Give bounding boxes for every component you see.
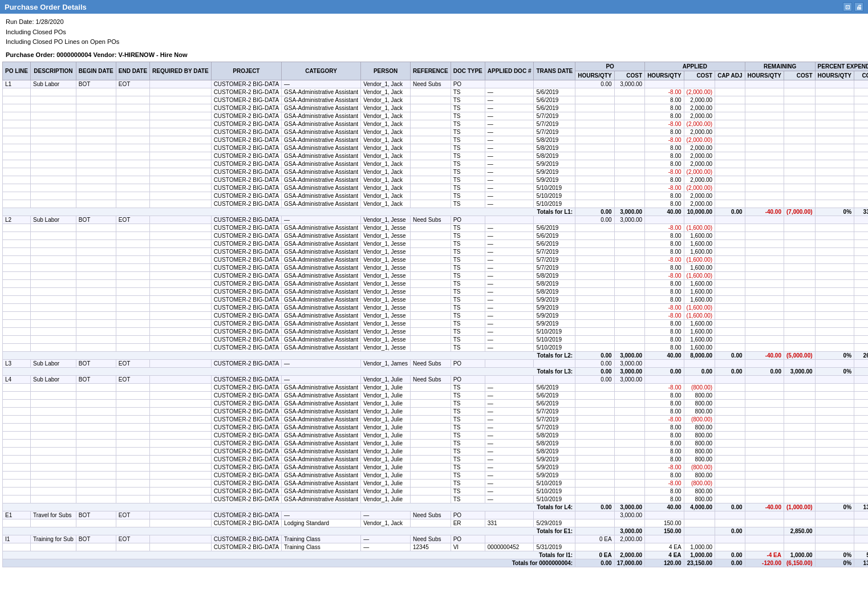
col-header-po: PO [575, 62, 645, 71]
table-row: CUSTOMER-2 BIG-DATAGSA-Administrative As… [3, 128, 869, 136]
total-label: Totals for L1: [3, 208, 575, 216]
po-line-person: Vendor_1, Jack [361, 80, 411, 88]
applied-cost [684, 80, 715, 88]
table-row: CUSTOMER-2 BIG-DATAGSA-Administrative As… [3, 224, 869, 232]
cap-adj [715, 80, 745, 88]
col-po-hours: HOURS/QTY [575, 71, 614, 80]
table-row: L3 Sub Labor BOT EOT CUSTOMER-2 BIG-DATA… [3, 359, 869, 367]
maximize-icon[interactable]: ⊡ [843, 2, 852, 11]
table-row: E1 Travel for Subs BOT EOT CUSTOMER-2 BI… [3, 511, 869, 519]
title-bar-icons: ⊡ 🖨 [843, 2, 863, 11]
po-line-end: EOT [116, 80, 149, 88]
applied-hours [645, 80, 684, 88]
col-header-category: CATEGORY [282, 62, 361, 80]
table-row: CUSTOMER-2 BIG-DATAGSA-Administrative As… [3, 343, 869, 351]
table-row: CUSTOMER-2 BIG-DATALodging StandardVendo… [3, 519, 869, 527]
table-row: Totals for L2: 0.00 3,000.00 40.00 8,000… [3, 351, 869, 359]
po-line-project: CUSTOMER-2 BIG-DATA [211, 80, 281, 88]
po-hours: 0.00 [575, 80, 614, 88]
col-pct-hours: HOURS/QTY [815, 71, 854, 80]
table-row: CUSTOMER-2 BIG-DATAGSA-Administrative As… [3, 479, 869, 487]
table-row: I1 Training for Sub BOT EOT CUSTOMER-2 B… [3, 535, 869, 543]
col-header-desc: DESCRIPTION [31, 62, 76, 80]
table-row: CUSTOMER-2 BIG-DATAGSA-Administrative As… [3, 232, 869, 239]
table-row: CUSTOMER-2 BIG-DATAGSA-Administrative As… [3, 168, 869, 176]
pct-hours [815, 80, 854, 88]
table-row: CUSTOMER-2 BIG-DATAGSA-Administrative As… [3, 327, 869, 335]
table-row: Totals for L3: 0.00 3,000.00 0.00 0.00 0… [3, 367, 869, 375]
po-line-id: L1 [3, 80, 31, 88]
including-closed-lines: Including Closed PO Lines on Open POs [6, 37, 862, 47]
table-row: CUSTOMER-2 BIG-DATAGSA-Administrative As… [3, 144, 869, 152]
table-row: CUSTOMER-2 BIG-DATAGSA-Administrative As… [3, 303, 869, 311]
table-row: CUSTOMER-2 BIG-DATAGSA-Administrative As… [3, 407, 869, 415]
col-header-begin: BEGIN DATE [76, 62, 116, 80]
col-header-end: END DATE [116, 62, 149, 80]
table-row: CUSTOMER-2 BIG-DATAGSA-Administrative As… [3, 88, 869, 96]
po-line-begin: BOT [76, 80, 116, 88]
col-remaining-cost: COST [784, 71, 815, 80]
col-cap-adj: CAP ADJ [715, 71, 745, 80]
table-row: L2 Sub Labor BOT EOT CUSTOMER-2 BIG-DATA… [3, 216, 869, 224]
col-po-cost: COST [614, 71, 645, 80]
table-row: Totals for L1: 0.00 3,000.00 40.00 10,00… [3, 208, 869, 216]
table-row: CUSTOMER-2 BIG-DATAGSA-Administrative As… [3, 463, 869, 471]
po-line-trans [534, 80, 575, 88]
table-row: CUSTOMER-2 BIG-DATAGSA-Administrative As… [3, 120, 869, 128]
col-header-project: PROJECT [211, 62, 281, 80]
table-row: CUSTOMER-2 BIG-DATAGSA-Administrative As… [3, 255, 869, 263]
po-line-ref: Need Subs [410, 80, 451, 88]
table-row: CUSTOMER-2 BIG-DATAGSA-Administrative As… [3, 176, 869, 184]
table-row: Totals for L4: 0.00 3,000.00 40.00 4,000… [3, 503, 869, 511]
col-header-ref: REFERENCE [410, 62, 451, 80]
col-header-trans-date: TRANS DATE [534, 62, 575, 80]
remaining-hours [745, 80, 784, 88]
print-icon[interactable]: 🖨 [854, 2, 863, 11]
po-details-table: PO LINE DESCRIPTION BEGIN DATE END DATE … [2, 62, 868, 567]
table-row: CUSTOMER-2 BIG-DATAGSA-Administrative As… [3, 200, 869, 208]
col-header-applied-doc: APPLIED DOC # [485, 62, 534, 80]
col-pct-cost: COST [854, 71, 868, 80]
table-row: CUSTOMER-2 BIG-DATAGSA-Administrative As… [3, 192, 869, 200]
run-date: Run Date: 1/28/2020 [6, 17, 862, 27]
table-row: CUSTOMER-2 BIG-DATAGSA-Administrative As… [3, 184, 869, 192]
col-applied-hours: HOURS/QTY [645, 71, 684, 80]
remaining-cost [784, 80, 815, 88]
col-remaining-hours: HOURS/QTY [745, 71, 784, 80]
col-applied-cost: COST [684, 71, 715, 80]
table-row: CUSTOMER-2 BIG-DATAGSA-Administrative As… [3, 311, 869, 319]
table-row: Totals for I1: 0 EA 2,000.00 4 EA 1,000.… [3, 551, 869, 559]
po-line-doctype: PO [451, 80, 485, 88]
table-row: CUSTOMER-2 BIG-DATAGSA-Administrative As… [3, 263, 869, 271]
table-row: CUSTOMER-2 BIG-DATAGSA-Administrative As… [3, 152, 869, 160]
po-line-category: — [282, 80, 361, 88]
table-row: CUSTOMER-2 BIG-DATAGSA-Administrative As… [3, 136, 869, 144]
col-header-doctype: DOC TYPE [451, 62, 485, 80]
table-row: CUSTOMER-2 BIG-DATATraining Class—12345V… [3, 543, 869, 551]
table-row: CUSTOMER-2 BIG-DATAGSA-Administrative As… [3, 455, 869, 463]
table-row: CUSTOMER-2 BIG-DATAGSA-Administrative As… [3, 160, 869, 168]
table-row: CUSTOMER-2 BIG-DATAGSA-Administrative As… [3, 319, 869, 327]
col-header-po-line: PO LINE [3, 62, 31, 80]
po-line-req [150, 80, 212, 88]
table-row: CUSTOMER-2 BIG-DATAGSA-Administrative As… [3, 471, 869, 479]
table-row: CUSTOMER-2 BIG-DATAGSA-Administrative As… [3, 399, 869, 407]
table-row: CUSTOMER-2 BIG-DATAGSA-Administrative As… [3, 431, 869, 439]
col-header-person: PERSON [361, 62, 411, 80]
col-header-applied: APPLIED [645, 62, 745, 71]
table-row: CUSTOMER-2 BIG-DATAGSA-Administrative As… [3, 447, 869, 455]
main-table-wrapper: PO LINE DESCRIPTION BEGIN DATE END DATE … [0, 62, 868, 567]
table-row: CUSTOMER-2 BIG-DATAGSA-Administrative As… [3, 96, 869, 104]
table-row: CUSTOMER-2 BIG-DATAGSA-Administrative As… [3, 104, 869, 112]
table-row: L1 Sub Labor BOT EOT CUSTOMER-2 BIG-DATA… [3, 80, 869, 88]
table-row: CUSTOMER-2 BIG-DATAGSA-Administrative As… [3, 271, 869, 279]
pct-cost [854, 80, 868, 88]
page-title: Purchase Order Details [5, 3, 87, 11]
table-row: CUSTOMER-2 BIG-DATAGSA-Administrative As… [3, 239, 869, 247]
col-header-percent: PERCENT EXPENDED [815, 62, 868, 71]
table-row: CUSTOMER-2 BIG-DATAGSA-Administrative As… [3, 279, 869, 287]
grand-total-row: Totals for 0000000004: 0.00 17,000.00 12… [3, 559, 869, 567]
including-closed: Including Closed POs [6, 27, 862, 38]
table-row: CUSTOMER-2 BIG-DATAGSA-Administrative As… [3, 247, 869, 255]
table-row: CUSTOMER-2 BIG-DATAGSA-Administrative As… [3, 391, 869, 399]
